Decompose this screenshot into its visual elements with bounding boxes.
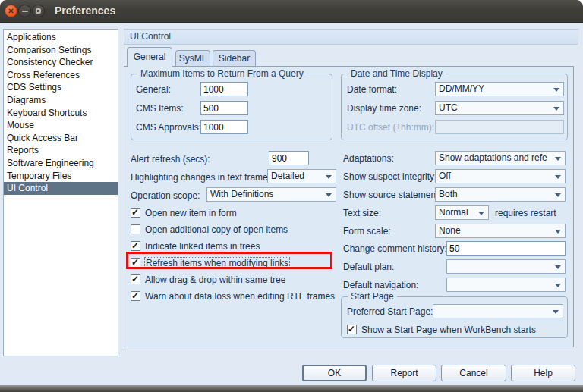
datetime-group-title: Date and Time Display bbox=[348, 68, 446, 79]
text-size-value: Normal bbox=[439, 207, 468, 218]
alert-refresh-input[interactable] bbox=[269, 151, 309, 165]
requires-restart-note: requires restart bbox=[495, 208, 556, 218]
cancel-button[interactable]: Cancel bbox=[441, 365, 506, 381]
cms-approvals-limit-input[interactable] bbox=[200, 120, 248, 134]
chevron-down-icon bbox=[555, 230, 561, 234]
sidebar-item-consistency-checker[interactable]: Consistency Checker bbox=[4, 56, 118, 69]
help-button[interactable]: Help bbox=[511, 365, 575, 381]
date-format-label: Date format: bbox=[347, 84, 397, 95]
ok-button[interactable]: OK bbox=[302, 365, 367, 381]
sidebar-item-cds-settings[interactable]: CDS Settings bbox=[4, 81, 118, 94]
tab-general[interactable]: General bbox=[127, 47, 172, 67]
time-zone-label: Display time zone: bbox=[347, 103, 421, 114]
sidebar-item-diagrams[interactable]: Diagrams bbox=[4, 94, 118, 107]
open-new-item-label[interactable]: Open new item in form bbox=[145, 208, 237, 218]
operation-scope-label: Operation scope: bbox=[131, 190, 200, 201]
show-start-page-label[interactable]: Show a Start Page when WorkBench starts bbox=[361, 325, 536, 335]
window-close-button[interactable]: ✕ bbox=[5, 5, 17, 17]
highlighting-value: Detailed bbox=[271, 171, 304, 181]
cms-items-limit-label: CMS Items: bbox=[136, 103, 184, 114]
window-title: Preferences bbox=[55, 5, 115, 17]
source-statements-dropdown[interactable]: Both bbox=[435, 187, 566, 202]
maximize-icon bbox=[36, 8, 41, 14]
default-navigation-dropdown[interactable] bbox=[446, 278, 566, 292]
chevron-down-icon bbox=[555, 193, 561, 197]
warn-data-loss-label[interactable]: Warn about data loss when editing RTF fr… bbox=[145, 291, 335, 302]
suspect-integrity-label: Show suspect integrity: bbox=[343, 171, 436, 182]
chevron-down-icon bbox=[555, 284, 561, 287]
sidebar-item-mouse[interactable]: Mouse bbox=[4, 119, 118, 132]
indicate-linked-items-checkbox[interactable] bbox=[131, 241, 140, 251]
utc-offset-input bbox=[435, 120, 564, 134]
operation-scope-value: With Definitions bbox=[210, 189, 273, 199]
general-limit-label: General: bbox=[136, 84, 171, 95]
default-navigation-label: Default navigation: bbox=[343, 280, 418, 290]
highlight-red-box bbox=[126, 252, 332, 269]
highlighting-label: Highlighting changes in text frames: bbox=[131, 172, 275, 183]
window-minimize-button[interactable] bbox=[18, 5, 31, 17]
sidebar-item-applications[interactable]: Applications bbox=[4, 31, 118, 44]
text-size-label: Text size: bbox=[343, 208, 381, 218]
preferred-start-page-dropdown[interactable] bbox=[433, 304, 563, 318]
form-scale-dropdown[interactable]: None bbox=[435, 224, 566, 238]
panel-title: UI Control bbox=[124, 29, 578, 45]
suspect-integrity-dropdown[interactable]: Off bbox=[435, 169, 566, 183]
tab-sidebar[interactable]: Sidebar bbox=[213, 50, 256, 66]
form-scale-value: None bbox=[439, 225, 461, 236]
open-additional-copy-label[interactable]: Open additional copy of open items bbox=[145, 224, 288, 235]
start-page-group-title: Start Page bbox=[348, 291, 397, 302]
show-start-page-checkbox[interactable] bbox=[347, 325, 357, 334]
sidebar-item-ui-control[interactable]: UI Control bbox=[4, 182, 118, 195]
highlighting-dropdown[interactable]: Detailed bbox=[267, 169, 336, 183]
adaptations-value: Show adaptations and refe bbox=[439, 152, 547, 163]
sidebar-item-software-engineering[interactable]: Software Engineering bbox=[4, 157, 118, 170]
sidebar-item-quick-access-bar[interactable]: Quick Access Bar bbox=[4, 132, 118, 145]
window-maximize-button[interactable] bbox=[32, 5, 45, 17]
date-format-dropdown[interactable]: DD/MM/YY bbox=[435, 82, 564, 96]
date-format-value: DD/MM/YY bbox=[439, 83, 484, 94]
source-statements-value: Both bbox=[439, 189, 458, 199]
chevron-down-icon bbox=[478, 212, 484, 215]
operation-scope-dropdown[interactable]: With Definitions bbox=[206, 187, 336, 202]
sidebar-item-reports[interactable]: Reports bbox=[4, 144, 118, 157]
chevron-down-icon bbox=[326, 175, 332, 179]
allow-drag-drop-label[interactable]: Allow drag & drop within same tree bbox=[145, 274, 285, 285]
chevron-down-icon bbox=[555, 157, 561, 161]
time-zone-value: UTC bbox=[439, 102, 458, 113]
indicate-linked-items-label[interactable]: Indicate linked items in trees bbox=[145, 241, 260, 252]
text-size-dropdown[interactable]: Normal bbox=[435, 205, 489, 220]
category-list: Applications Comparison Settings Consist… bbox=[3, 29, 118, 356]
close-icon: ✕ bbox=[8, 8, 14, 15]
chevron-down-icon bbox=[553, 310, 559, 314]
comment-history-label: Change comment history: bbox=[343, 243, 447, 254]
form-scale-label: Form scale: bbox=[343, 226, 391, 237]
tab-sysml[interactable]: SysML bbox=[175, 50, 210, 66]
preferences-window: ✕ Preferences Applications Comparison Se… bbox=[0, 0, 583, 392]
open-new-item-checkbox[interactable] bbox=[131, 208, 140, 218]
open-additional-copy-checkbox[interactable] bbox=[131, 224, 140, 234]
source-statements-label: Show source statements: bbox=[343, 190, 446, 200]
query-limits-group-title: Maximum Items to Return From a Query bbox=[137, 68, 307, 79]
adaptations-dropdown[interactable]: Show adaptations and refe bbox=[435, 151, 566, 165]
chevron-down-icon bbox=[555, 265, 561, 269]
default-plan-dropdown[interactable] bbox=[446, 259, 566, 274]
chevron-down-icon bbox=[553, 88, 559, 92]
default-plan-label: Default plan: bbox=[343, 262, 394, 272]
preferred-start-page-label: Preferred Start Page: bbox=[347, 306, 433, 317]
window-bottom-edge bbox=[0, 385, 583, 392]
titlebar: ✕ Preferences bbox=[0, 0, 583, 23]
comment-history-input[interactable] bbox=[446, 241, 566, 256]
cms-approvals-limit-label: CMS Approvals: bbox=[136, 122, 201, 133]
report-button[interactable]: Report bbox=[372, 365, 436, 381]
adaptations-label: Adaptations: bbox=[343, 153, 394, 164]
cms-items-limit-input[interactable] bbox=[200, 101, 248, 115]
time-zone-dropdown[interactable]: UTC bbox=[435, 101, 564, 115]
chevron-down-icon bbox=[553, 107, 559, 111]
sidebar-item-cross-references[interactable]: Cross References bbox=[4, 69, 118, 82]
sidebar-item-comparison-settings[interactable]: Comparison Settings bbox=[4, 44, 118, 57]
allow-drag-drop-checkbox[interactable] bbox=[131, 274, 140, 284]
sidebar-item-keyboard-shortcuts[interactable]: Keyboard Shortcuts bbox=[4, 107, 118, 120]
warn-data-loss-checkbox[interactable] bbox=[131, 291, 140, 301]
general-limit-input[interactable] bbox=[200, 82, 248, 96]
sidebar-item-temporary-files[interactable]: Temporary Files bbox=[4, 170, 118, 183]
